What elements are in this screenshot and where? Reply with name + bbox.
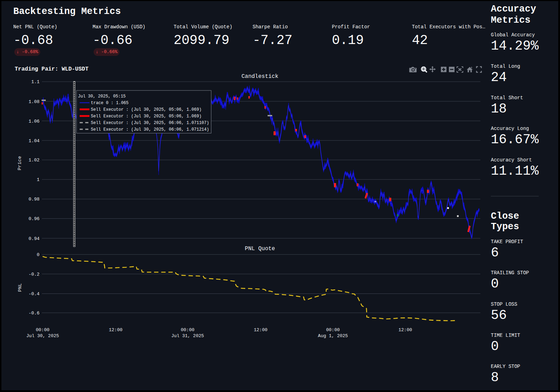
- svg-text:12:00: 12:00: [109, 327, 122, 333]
- svg-text:Sell Executor : (Jul 30, 2025,: Sell Executor : (Jul 30, 2025, 06:06, 1.…: [91, 127, 209, 132]
- svg-text:Jul 30, 2025, 05:15: Jul 30, 2025, 05:15: [78, 94, 126, 99]
- svg-text:1: 1: [37, 177, 39, 182]
- svg-text:-0.4: -0.4: [29, 291, 39, 297]
- svg-text:0: 0: [37, 252, 39, 257]
- svg-text:PNL Quote: PNL Quote: [245, 246, 275, 252]
- svg-text:00:00: 00:00: [181, 327, 194, 333]
- svg-text:1.06: 1.06: [29, 119, 39, 124]
- svg-text:Sell Executor : (Jul 30, 2025,: Sell Executor : (Jul 30, 2025, 06:06, 1.…: [91, 121, 209, 125]
- svg-text:0.96: 0.96: [29, 216, 39, 222]
- svg-text:PNL: PNL: [17, 283, 23, 292]
- svg-text:1.08: 1.08: [29, 99, 39, 104]
- svg-text:1.04: 1.04: [29, 138, 39, 144]
- svg-text:Price: Price: [17, 156, 22, 170]
- svg-text:00:00: 00:00: [36, 327, 49, 333]
- svg-text:Sell Executor : (Jul 30, 2025,: Sell Executor : (Jul 30, 2025, 05:06, 1.…: [91, 114, 202, 119]
- svg-text:Aug 1, 2025: Aug 1, 2025: [318, 333, 348, 339]
- svg-text:Sell Executor : (Jul 30, 2025,: Sell Executor : (Jul 30, 2025, 05:06, 1.…: [91, 107, 202, 112]
- svg-text:12:00: 12:00: [254, 327, 267, 333]
- svg-text:00:00: 00:00: [326, 327, 340, 333]
- svg-text:-0.6: -0.6: [29, 311, 39, 316]
- svg-text:0.98: 0.98: [29, 197, 39, 202]
- svg-text:trace 0 : 1.065: trace 0 : 1.065: [91, 101, 129, 106]
- svg-text:0.94: 0.94: [29, 236, 39, 241]
- svg-text:Candlestick: Candlestick: [241, 73, 278, 80]
- svg-text:-0.2: -0.2: [29, 272, 39, 277]
- svg-text:12:00: 12:00: [398, 327, 412, 333]
- svg-text:Jul 30, 2025: Jul 30, 2025: [26, 333, 59, 339]
- svg-text:1.02: 1.02: [29, 158, 39, 163]
- svg-text:Jul 31, 2025: Jul 31, 2025: [171, 333, 204, 339]
- svg-text:1.1: 1.1: [31, 79, 40, 85]
